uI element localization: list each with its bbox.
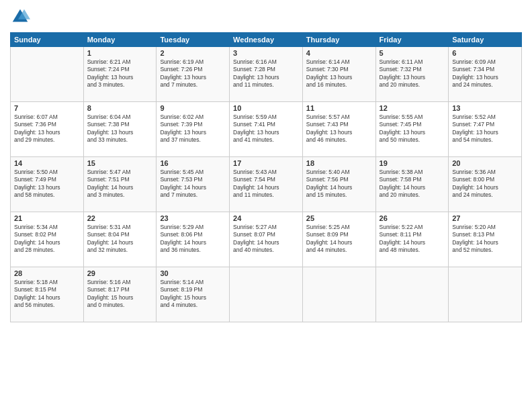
calendar-cell: 19Sunrise: 5:38 AM Sunset: 7:58 PM Dayli… (375, 157, 449, 212)
header (10, 7, 522, 27)
calendar-cell: 20Sunrise: 5:36 AM Sunset: 8:00 PM Dayli… (449, 157, 522, 212)
header-cell-friday: Friday (375, 33, 449, 47)
calendar-cell: 13Sunrise: 5:52 AM Sunset: 7:47 PM Dayli… (449, 102, 522, 157)
calendar-cell: 3Sunrise: 6:16 AM Sunset: 7:28 PM Daylig… (230, 47, 303, 102)
calendar-cell: 2Sunrise: 6:19 AM Sunset: 7:26 PM Daylig… (157, 47, 230, 102)
calendar-cell: 24Sunrise: 5:27 AM Sunset: 8:07 PM Dayli… (230, 212, 303, 267)
calendar-cell: 14Sunrise: 5:50 AM Sunset: 7:49 PM Dayli… (11, 157, 84, 212)
day-info: Sunrise: 6:19 AM Sunset: 7:26 PM Dayligh… (160, 58, 226, 89)
calendar-cell (375, 267, 449, 322)
calendar-cell: 5Sunrise: 6:11 AM Sunset: 7:32 PM Daylig… (375, 47, 449, 102)
day-info: Sunrise: 6:14 AM Sunset: 7:30 PM Dayligh… (306, 58, 372, 89)
calendar-cell: 15Sunrise: 5:47 AM Sunset: 7:51 PM Dayli… (83, 157, 157, 212)
day-info: Sunrise: 5:50 AM Sunset: 7:49 PM Dayligh… (14, 169, 80, 199)
day-info: Sunrise: 5:57 AM Sunset: 7:43 PM Dayligh… (306, 113, 372, 144)
day-number: 5 (380, 49, 445, 57)
calendar-cell: 17Sunrise: 5:43 AM Sunset: 7:54 PM Dayli… (230, 157, 303, 212)
day-info: Sunrise: 5:43 AM Sunset: 7:54 PM Dayligh… (233, 169, 299, 199)
calendar-cell: 6Sunrise: 6:09 AM Sunset: 7:34 PM Daylig… (449, 47, 522, 102)
week-row-0: 1Sunrise: 6:21 AM Sunset: 7:24 PM Daylig… (11, 47, 522, 102)
day-info: Sunrise: 6:21 AM Sunset: 7:24 PM Dayligh… (87, 58, 153, 89)
day-number: 21 (14, 214, 80, 222)
day-info: Sunrise: 6:09 AM Sunset: 7:34 PM Dayligh… (452, 58, 518, 89)
day-info: Sunrise: 5:52 AM Sunset: 7:47 PM Dayligh… (452, 113, 518, 144)
day-number: 12 (380, 104, 445, 112)
day-number: 23 (160, 214, 226, 222)
week-row-2: 14Sunrise: 5:50 AM Sunset: 7:49 PM Dayli… (11, 157, 522, 212)
day-info: Sunrise: 5:29 AM Sunset: 8:06 PM Dayligh… (160, 224, 226, 255)
calendar-cell: 12Sunrise: 5:55 AM Sunset: 7:45 PM Dayli… (375, 102, 449, 157)
page: SundayMondayTuesdayWednesdayThursdayFrid… (0, 0, 532, 411)
calendar-cell: 30Sunrise: 5:14 AM Sunset: 8:19 PM Dayli… (157, 267, 230, 322)
day-info: Sunrise: 6:16 AM Sunset: 7:28 PM Dayligh… (233, 58, 299, 89)
day-number: 26 (380, 214, 445, 222)
day-number: 4 (306, 49, 372, 57)
header-row: SundayMondayTuesdayWednesdayThursdayFrid… (11, 33, 522, 47)
day-number: 24 (233, 214, 299, 222)
calendar-cell: 22Sunrise: 5:31 AM Sunset: 8:04 PM Dayli… (83, 212, 157, 267)
day-number: 14 (14, 159, 80, 167)
day-number: 2 (160, 49, 226, 57)
calendar-cell: 28Sunrise: 5:18 AM Sunset: 8:15 PM Dayli… (11, 267, 84, 322)
day-number: 1 (87, 49, 153, 57)
day-number: 15 (87, 159, 153, 167)
calendar-cell (449, 267, 522, 322)
header-cell-sunday: Sunday (11, 33, 84, 47)
calendar-cell: 26Sunrise: 5:22 AM Sunset: 8:11 PM Dayli… (375, 212, 449, 267)
day-number: 8 (87, 104, 153, 112)
calendar-cell (11, 47, 84, 102)
day-info: Sunrise: 5:31 AM Sunset: 8:04 PM Dayligh… (87, 224, 153, 255)
calendar-cell (302, 267, 375, 322)
day-number: 27 (452, 214, 518, 222)
calendar-cell: 16Sunrise: 5:45 AM Sunset: 7:53 PM Dayli… (157, 157, 230, 212)
day-number: 29 (87, 269, 153, 277)
day-number: 13 (452, 104, 518, 112)
calendar-cell: 7Sunrise: 6:07 AM Sunset: 7:36 PM Daylig… (11, 102, 84, 157)
day-info: Sunrise: 6:04 AM Sunset: 7:38 PM Dayligh… (87, 113, 153, 144)
calendar-cell: 25Sunrise: 5:25 AM Sunset: 8:09 PM Dayli… (302, 212, 375, 267)
day-number: 30 (160, 269, 226, 277)
day-number: 16 (160, 159, 226, 167)
calendar-cell (230, 267, 303, 322)
calendar-cell: 11Sunrise: 5:57 AM Sunset: 7:43 PM Dayli… (302, 102, 375, 157)
day-number: 28 (14, 269, 80, 277)
day-number: 19 (380, 159, 445, 167)
day-info: Sunrise: 5:27 AM Sunset: 8:07 PM Dayligh… (233, 224, 299, 255)
header-cell-monday: Monday (83, 33, 157, 47)
calendar-table: SundayMondayTuesdayWednesdayThursdayFrid… (10, 32, 522, 322)
day-number: 11 (306, 104, 372, 112)
logo-icon (10, 7, 30, 27)
day-info: Sunrise: 6:11 AM Sunset: 7:32 PM Dayligh… (380, 58, 445, 89)
calendar-cell: 10Sunrise: 5:59 AM Sunset: 7:41 PM Dayli… (230, 102, 303, 157)
calendar-cell: 1Sunrise: 6:21 AM Sunset: 7:24 PM Daylig… (83, 47, 157, 102)
day-info: Sunrise: 5:18 AM Sunset: 8:15 PM Dayligh… (14, 279, 80, 310)
day-info: Sunrise: 5:47 AM Sunset: 7:51 PM Dayligh… (87, 169, 153, 199)
day-number: 10 (233, 104, 299, 112)
calendar-body: 1Sunrise: 6:21 AM Sunset: 7:24 PM Daylig… (11, 47, 522, 322)
day-info: Sunrise: 5:22 AM Sunset: 8:11 PM Dayligh… (380, 224, 445, 255)
day-info: Sunrise: 5:14 AM Sunset: 8:19 PM Dayligh… (160, 279, 226, 310)
day-info: Sunrise: 5:38 AM Sunset: 7:58 PM Dayligh… (380, 169, 445, 199)
day-number: 6 (452, 49, 518, 57)
header-cell-wednesday: Wednesday (230, 33, 303, 47)
day-info: Sunrise: 5:16 AM Sunset: 8:17 PM Dayligh… (87, 279, 153, 310)
header-cell-tuesday: Tuesday (157, 33, 230, 47)
header-cell-thursday: Thursday (302, 33, 375, 47)
week-row-4: 28Sunrise: 5:18 AM Sunset: 8:15 PM Dayli… (11, 267, 522, 322)
day-info: Sunrise: 5:45 AM Sunset: 7:53 PM Dayligh… (160, 169, 226, 199)
day-info: Sunrise: 6:02 AM Sunset: 7:39 PM Dayligh… (160, 113, 226, 144)
calendar-cell: 8Sunrise: 6:04 AM Sunset: 7:38 PM Daylig… (83, 102, 157, 157)
day-number: 18 (306, 159, 372, 167)
day-info: Sunrise: 6:07 AM Sunset: 7:36 PM Dayligh… (14, 113, 80, 144)
day-number: 25 (306, 214, 372, 222)
day-number: 20 (452, 159, 518, 167)
day-number: 22 (87, 214, 153, 222)
calendar-cell: 29Sunrise: 5:16 AM Sunset: 8:17 PM Dayli… (83, 267, 157, 322)
calendar-cell: 9Sunrise: 6:02 AM Sunset: 7:39 PM Daylig… (157, 102, 230, 157)
day-info: Sunrise: 5:34 AM Sunset: 8:02 PM Dayligh… (14, 224, 80, 255)
calendar-cell: 23Sunrise: 5:29 AM Sunset: 8:06 PM Dayli… (157, 212, 230, 267)
calendar-cell: 27Sunrise: 5:20 AM Sunset: 8:13 PM Dayli… (449, 212, 522, 267)
day-number: 9 (160, 104, 226, 112)
calendar-cell: 4Sunrise: 6:14 AM Sunset: 7:30 PM Daylig… (302, 47, 375, 102)
day-info: Sunrise: 5:36 AM Sunset: 8:00 PM Dayligh… (452, 169, 518, 199)
